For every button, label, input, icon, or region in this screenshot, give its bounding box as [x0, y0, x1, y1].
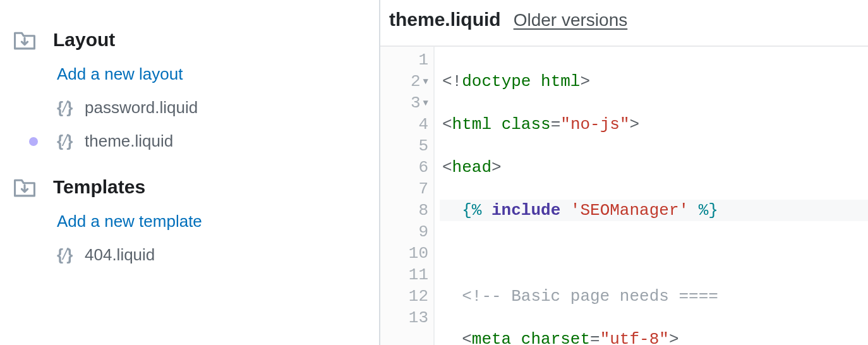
file-tree-layout: Add a new layout {/} password.liquid {/}…	[13, 64, 366, 151]
add-template-link[interactable]: Add a new template	[57, 212, 366, 231]
code-line: <!-- Basic page needs ====	[440, 286, 868, 307]
line-gutter: 1 2▼ 3▼ 4 5 6 7 8 9 10 11 12 13	[380, 47, 435, 345]
file-name: theme.liquid	[85, 131, 173, 151]
code-line	[440, 243, 868, 264]
sidebar-heading-layout: Layout	[53, 29, 115, 51]
app-root: Layout Add a new layout {/} password.liq…	[0, 0, 868, 345]
add-layout-link[interactable]: Add a new layout	[57, 64, 366, 84]
code-area[interactable]: 1 2▼ 3▼ 4 5 6 7 8 9 10 11 12 13 <!doctyp…	[380, 47, 868, 345]
file-name: 404.liquid	[85, 245, 155, 265]
line-number: 3	[411, 92, 421, 114]
line-number: 10	[409, 243, 428, 264]
file-404-liquid[interactable]: {/} 404.liquid	[57, 245, 366, 265]
line-number: 1	[418, 49, 428, 71]
code-line: <meta charset="utf-8">	[440, 329, 868, 345]
file-name: password.liquid	[85, 98, 198, 118]
code-line: <html class="no-js">	[440, 114, 868, 135]
code-file-icon: {/}	[57, 245, 78, 265]
code-line: {% include 'SEOManager' %}	[440, 200, 868, 221]
line-number: 7	[418, 178, 428, 200]
line-number: 12	[409, 286, 428, 307]
fold-icon[interactable]: ▼	[423, 92, 428, 114]
folder-icon	[13, 29, 37, 51]
code-file-icon: {/}	[57, 131, 78, 151]
file-tree-templates: Add a new template {/} 404.liquid	[13, 212, 366, 265]
editor-filename: theme.liquid	[389, 9, 501, 30]
sidebar-section-templates[interactable]: Templates	[13, 176, 366, 198]
folder-icon	[13, 176, 37, 198]
line-number: 8	[418, 200, 428, 221]
code-editor: theme.liquid Older versions 1 2▼ 3▼ 4 5 …	[379, 0, 868, 345]
code-file-icon: {/}	[57, 98, 78, 118]
sidebar-heading-templates: Templates	[53, 176, 145, 198]
code-line: <!doctype html>	[440, 71, 868, 92]
modified-dot-icon	[29, 137, 38, 146]
sidebar-section-layout[interactable]: Layout	[13, 29, 366, 51]
file-theme-liquid[interactable]: {/} theme.liquid	[57, 131, 366, 151]
file-password-liquid[interactable]: {/} password.liquid	[57, 98, 366, 118]
line-number: 5	[418, 135, 428, 157]
editor-header: theme.liquid Older versions	[380, 0, 868, 47]
line-number: 9	[418, 221, 428, 243]
code-line: <head>	[440, 157, 868, 178]
line-number: 6	[418, 157, 428, 178]
line-number: 4	[418, 114, 428, 135]
line-number: 11	[409, 264, 428, 286]
older-versions-link[interactable]: Older versions	[514, 10, 628, 30]
line-number: 13	[409, 307, 428, 329]
line-number: 2	[411, 71, 421, 92]
code-content[interactable]: <!doctype html> <html class="no-js"> <he…	[435, 47, 868, 345]
file-sidebar: Layout Add a new layout {/} password.liq…	[0, 0, 379, 345]
fold-icon[interactable]: ▼	[423, 71, 428, 92]
